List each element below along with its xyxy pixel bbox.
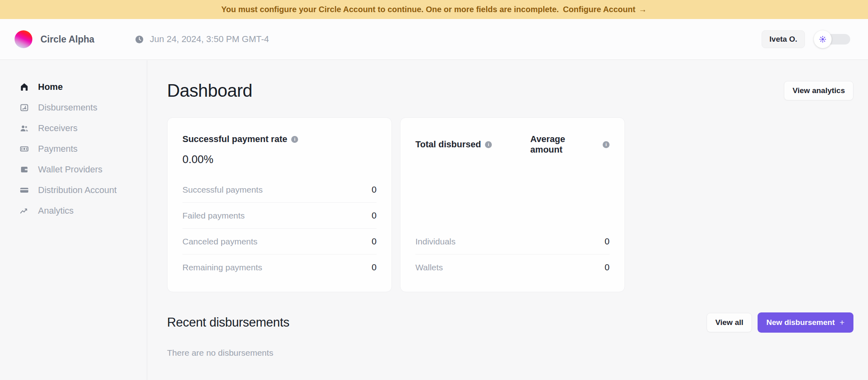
sidebar-item-label: Analytics bbox=[38, 206, 74, 216]
config-warning-banner: You must configure your Circle Account t… bbox=[0, 0, 868, 19]
banner-message: You must configure your Circle Account t… bbox=[221, 5, 559, 14]
sidebar-item-label: Distribution Account bbox=[38, 185, 116, 195]
analytics-icon bbox=[19, 206, 29, 216]
sun-icon bbox=[814, 30, 832, 48]
circle-logo-icon bbox=[15, 30, 32, 48]
top-header: Circle Alpha Jun 24, 2024, 3:50 PM GMT-4… bbox=[0, 19, 868, 60]
page-title: Dashboard bbox=[167, 81, 252, 101]
arrow-right-icon: → bbox=[639, 5, 647, 14]
home-icon bbox=[19, 82, 29, 92]
stat-value: 0 bbox=[372, 210, 377, 221]
sidebar-item-receivers[interactable]: Receivers bbox=[0, 118, 147, 138]
sidebar-nav: Home Disbursements Receivers Payments Wa… bbox=[0, 60, 147, 380]
stat-row-wallets: Wallets 0 bbox=[415, 255, 610, 280]
brand[interactable]: Circle Alpha bbox=[15, 30, 94, 48]
info-icon[interactable]: i bbox=[485, 141, 492, 148]
info-icon[interactable]: i bbox=[603, 141, 610, 148]
sidebar-item-wallet-providers[interactable]: Wallet Providers bbox=[0, 159, 147, 180]
stat-row-canceled-payments: Canceled payments 0 bbox=[182, 229, 377, 255]
payment-rate-card-title: Successful payment rate bbox=[182, 134, 287, 144]
sidebar-item-label: Wallet Providers bbox=[38, 164, 102, 175]
stat-value: 0 bbox=[605, 262, 610, 273]
view-all-button[interactable]: View all bbox=[707, 313, 752, 332]
sidebar-item-label: Payments bbox=[38, 144, 78, 154]
payment-rate-card: Successful payment rate i 0.00% Successf… bbox=[167, 117, 392, 292]
stat-label: Remaining payments bbox=[182, 263, 262, 272]
theme-toggle[interactable] bbox=[814, 30, 853, 48]
stat-value: 0 bbox=[372, 262, 377, 273]
header-right: Iveta O. bbox=[762, 30, 853, 48]
brand-name: Circle Alpha bbox=[40, 34, 94, 45]
sidebar-item-payments[interactable]: Payments bbox=[0, 138, 147, 159]
sidebar-item-label: Home bbox=[38, 82, 63, 92]
view-analytics-button[interactable]: View analytics bbox=[784, 81, 853, 100]
sidebar-item-home[interactable]: Home bbox=[0, 76, 147, 97]
main-content: Dashboard View analytics Successful paym… bbox=[148, 60, 868, 380]
sidebar-item-label: Disbursements bbox=[38, 102, 97, 113]
sidebar-item-distribution-account[interactable]: Distribution Account bbox=[0, 180, 147, 200]
stat-label: Successful payments bbox=[182, 185, 263, 195]
payments-icon bbox=[19, 144, 29, 154]
recent-disbursements-title: Recent disbursements bbox=[167, 315, 289, 330]
app-root: You must configure your Circle Account t… bbox=[0, 0, 868, 380]
plus-icon: + bbox=[840, 318, 845, 327]
sidebar-item-disbursements[interactable]: Disbursements bbox=[0, 97, 147, 118]
info-icon[interactable]: i bbox=[291, 136, 298, 143]
sidebar-item-analytics[interactable]: Analytics bbox=[0, 200, 147, 221]
average-amount-title: Average amount bbox=[530, 134, 599, 155]
wallet-icon bbox=[19, 165, 29, 174]
stat-row-successful-payments: Successful payments 0 bbox=[182, 177, 377, 203]
sidebar-item-label: Receivers bbox=[38, 123, 78, 134]
receivers-icon bbox=[19, 123, 29, 133]
card-icon bbox=[19, 185, 29, 195]
stat-label: Individuals bbox=[415, 237, 455, 246]
stat-label: Failed payments bbox=[182, 211, 245, 221]
configure-account-link[interactable]: Configure Account → bbox=[563, 5, 647, 14]
configure-account-label: Configure Account bbox=[563, 5, 635, 14]
stat-row-remaining-payments: Remaining payments 0 bbox=[182, 255, 377, 280]
user-menu-button[interactable]: Iveta O. bbox=[762, 30, 805, 48]
clock-icon bbox=[135, 35, 144, 44]
current-datetime: Jun 24, 2024, 3:50 PM GMT-4 bbox=[135, 34, 269, 45]
stat-row-individuals: Individuals 0 bbox=[415, 229, 610, 255]
empty-disbursements-message: There are no disbursements bbox=[167, 348, 853, 358]
payment-rate-value: 0.00% bbox=[182, 153, 377, 166]
new-disbursement-button[interactable]: New disbursement + bbox=[758, 312, 853, 333]
stat-label: Wallets bbox=[415, 263, 443, 272]
new-disbursement-label: New disbursement bbox=[766, 318, 835, 327]
stat-value: 0 bbox=[605, 236, 610, 247]
stat-label: Canceled payments bbox=[182, 237, 258, 246]
disbursed-card: Total disbursed i Average amount i Indiv… bbox=[400, 117, 625, 292]
stat-value: 0 bbox=[372, 185, 377, 195]
stat-row-failed-payments: Failed payments 0 bbox=[182, 203, 377, 229]
disbursements-icon bbox=[19, 103, 29, 113]
total-disbursed-title: Total disbursed bbox=[415, 139, 481, 150]
stat-value: 0 bbox=[372, 236, 377, 247]
datetime-text: Jun 24, 2024, 3:50 PM GMT-4 bbox=[150, 34, 269, 45]
